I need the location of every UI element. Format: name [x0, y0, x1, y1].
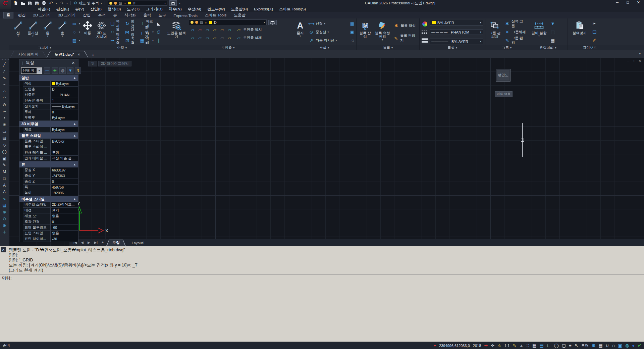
- property-value[interactable]: ByLayer: [51, 81, 78, 86]
- redo-dropdown-icon[interactable]: ▾: [66, 2, 68, 5]
- layer-lock-icon[interactable]: ∩: [205, 20, 207, 24]
- positioner-3d-button[interactable]: 3D 포지셔너: [95, 19, 108, 45]
- paste-button[interactable]: 붙여넣기: [570, 19, 589, 45]
- modify-extra-button[interactable]: ∅: [156, 29, 162, 36]
- panel-label-layers[interactable]: 도면층▾: [164, 45, 292, 50]
- draw-big-button[interactable]: 선 ▾: [11, 19, 25, 45]
- ribbon-tab[interactable]: 도움말: [231, 12, 248, 18]
- left-tool-icon[interactable]: M: [0, 168, 9, 175]
- group-small-button[interactable]: ✕ 그룹해제: [504, 29, 526, 36]
- layer-tool-icon[interactable]: ▱: [213, 28, 216, 33]
- layer-tool-icon[interactable]: ▱: [228, 28, 231, 33]
- palette-close-icon[interactable]: ✕: [70, 61, 76, 65]
- status-item[interactable]: 1:1: [504, 344, 509, 348]
- status-item[interactable]: ↖: [575, 343, 578, 348]
- collapse-icon[interactable]: ▲: [73, 197, 76, 201]
- layer-on-icon[interactable]: [109, 2, 112, 5]
- save-icon[interactable]: [27, 1, 32, 6]
- block-small-button[interactable]: ✱ 블록 작성: [393, 22, 417, 29]
- panel-label-annotation[interactable]: 주석▾: [292, 45, 356, 50]
- layer-combo-dropdown-icon[interactable]: ▾: [264, 21, 265, 24]
- property-value[interactable]: 1: [51, 98, 78, 103]
- layer-tool-icon[interactable]: ▱: [206, 36, 209, 41]
- status-item[interactable]: ∩: [612, 343, 615, 348]
- ribbon-tab[interactable]: 2D 그리기: [31, 12, 53, 18]
- text-button[interactable]: A 문자 ▾: [294, 19, 306, 45]
- palette-grip[interactable]: ┊: [21, 61, 24, 65]
- redo-icon[interactable]: ↷: [59, 1, 64, 6]
- layer-delete-button[interactable]: ▱ 도면층 삭제: [236, 35, 262, 41]
- block-small-button[interactable]: ✎ 블록 편집기: [393, 35, 417, 42]
- layer-tool-icon[interactable]: ▱: [220, 28, 224, 33]
- left-tool-icon[interactable]: ∕: [0, 68, 9, 74]
- new-file-icon[interactable]: [13, 1, 18, 6]
- layer-tool-icon[interactable]: ▱: [228, 36, 231, 41]
- ribbon-tab[interactable]: 홈: [3, 12, 13, 18]
- layout-nav-button[interactable]: +: [100, 239, 106, 246]
- status-item[interactable]: ▣: [618, 343, 622, 348]
- status-item[interactable]: ✎: [513, 343, 516, 348]
- left-tool-icon[interactable]: □: [0, 175, 9, 182]
- property-value[interactable]: 192096: [51, 190, 78, 196]
- document-tab[interactable]: 시작 페이지: [10, 51, 47, 58]
- property-value[interactable]: 459756: [51, 185, 78, 190]
- property-value[interactable]: D: [51, 87, 78, 92]
- group-small-button[interactable]: ✎ 그룹 편집: [504, 37, 526, 44]
- property-value[interactable]: ByLayer: [51, 127, 78, 132]
- status-item[interactable]: 모형: [581, 343, 589, 348]
- visual-style-label[interactable]: 2D 와이어프레임: [98, 61, 131, 66]
- selection-combo[interactable]: 선택 요. ▼: [21, 67, 42, 74]
- ribbon-tab[interactable]: 스마트 Tools: [202, 12, 229, 18]
- left-tool-icon[interactable]: ▤: [0, 202, 9, 209]
- layer-tool-icon[interactable]: ▱: [206, 28, 209, 33]
- left-tool-icon[interactable]: ✎: [0, 162, 9, 168]
- save-as-icon[interactable]: [34, 1, 39, 6]
- properties-tool-icon[interactable]: ◍: [59, 67, 66, 74]
- modify-small-button[interactable]: ↦ 신축: [110, 37, 121, 44]
- annotation-row-button[interactable]: ⟷ 선형 ▾ ▦: [308, 20, 354, 27]
- collapse-icon[interactable]: ▲: [73, 163, 76, 166]
- left-tool-icon[interactable]: A: [0, 182, 9, 189]
- modify-small-button[interactable]: ∷ 복제: [110, 29, 121, 36]
- property-value[interactable]: 모형: [51, 150, 78, 155]
- lineweight-icon[interactable]: [422, 38, 428, 43]
- clipboard-small-button[interactable]: ❏: [591, 29, 597, 36]
- menu-item[interactable]: 도구(T): [124, 6, 142, 12]
- layer-control-combo[interactable]: ▨ ∩ D ▾: [108, 1, 167, 6]
- lineweight-combo[interactable]: ————— BYLAYER ▾: [430, 39, 483, 44]
- utility-small-button[interactable]: ▦: [550, 37, 556, 44]
- property-value[interactable]: 0: [51, 219, 78, 225]
- utility-small-button[interactable]: ▼: [550, 20, 556, 27]
- left-tool-icon[interactable]: ≈: [0, 81, 9, 88]
- left-tool-icon[interactable]: ✳: [0, 121, 9, 128]
- selection-combo-dropdown-icon[interactable]: ▼: [37, 68, 42, 73]
- draw-big-button[interactable]: 호 ▾: [55, 19, 69, 45]
- property-section-header[interactable]: 3D 비주얼▲: [19, 121, 78, 127]
- close-icon[interactable]: ✕: [637, 0, 640, 5]
- panel-label-block[interactable]: 블록▾: [357, 45, 419, 50]
- modify-small-button[interactable]: ⋈ 대칭: [125, 29, 136, 36]
- modify-small-button[interactable]: ▦ 사각 배열 ▾: [140, 37, 154, 44]
- layout-nav-button[interactable]: ◀: [79, 239, 86, 246]
- collapse-icon[interactable]: ▲: [73, 76, 76, 80]
- color-wheel-icon[interactable]: [422, 21, 427, 27]
- status-item[interactable]: 2018: [473, 344, 481, 348]
- annotation-row-button[interactable]: ⊙ 중심선 ▾ ▣: [308, 29, 354, 36]
- status-item[interactable]: ⚠: [497, 343, 501, 348]
- layout-tab[interactable]: 모형: [106, 240, 126, 246]
- left-tool-icon[interactable]: ▭: [0, 128, 9, 135]
- modify-small-button[interactable]: ❏ 복사: [110, 20, 121, 27]
- ribbon-tab[interactable]: 시각화: [122, 12, 139, 18]
- panel-label-group[interactable]: 그룹▾: [485, 45, 528, 50]
- clipboard-small-button[interactable]: ✂: [591, 20, 597, 27]
- status-item[interactable]: ✔: [638, 343, 641, 348]
- menu-item[interactable]: 윈도우(W): [205, 6, 228, 12]
- move-button[interactable]: 이동: [82, 19, 93, 45]
- qat-more-icon[interactable]: ▾: [179, 2, 180, 5]
- layer-freeze-icon[interactable]: [195, 21, 198, 24]
- menu-item[interactable]: 파일(F): [35, 6, 53, 12]
- new-document-tab-icon[interactable]: +: [88, 52, 98, 58]
- divide-button[interactable]: 길이 분할 ▾: [530, 19, 548, 45]
- layer-states-icon[interactable]: [169, 0, 177, 6]
- status-item[interactable]: +: [433, 343, 436, 348]
